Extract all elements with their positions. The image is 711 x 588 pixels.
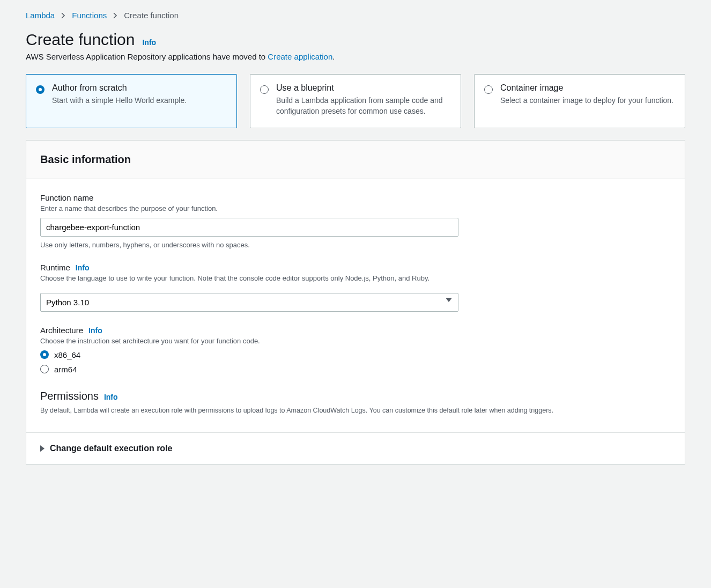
radio-icon	[36, 85, 45, 94]
function-name-field: Function name Enter a name that describe…	[40, 193, 671, 249]
breadcrumb-lambda[interactable]: Lambda	[26, 11, 55, 20]
runtime-info-link[interactable]: Info	[76, 263, 90, 272]
function-name-constraint: Use only letters, numbers, hyphens, or u…	[40, 241, 671, 249]
page-info-link[interactable]: Info	[142, 38, 156, 47]
radio-icon	[484, 85, 493, 94]
create-application-link[interactable]: Create application	[268, 52, 332, 61]
option-desc: Build a Lambda application from sample c…	[276, 95, 451, 117]
option-title: Use a blueprint	[276, 83, 451, 93]
function-name-input[interactable]	[40, 218, 458, 237]
option-author-from-scratch[interactable]: Author from scratch Start with a simple …	[26, 74, 237, 128]
option-title: Author from scratch	[52, 83, 187, 93]
function-name-help: Enter a name that describes the purpose …	[40, 204, 671, 212]
architecture-info-link[interactable]: Info	[88, 326, 102, 335]
permissions-label: Permissions	[40, 390, 99, 402]
page-title: Create function	[26, 31, 135, 49]
option-use-blueprint[interactable]: Use a blueprint Build a Lambda applicati…	[250, 74, 461, 128]
change-execution-role-expander[interactable]: Change default execution role	[26, 432, 685, 464]
radio-icon	[40, 350, 49, 359]
radio-icon	[260, 85, 269, 94]
permissions-desc: By default, Lambda will create an execut…	[40, 406, 671, 416]
caret-right-icon	[40, 445, 45, 452]
function-name-label: Function name	[40, 193, 93, 202]
permissions-section: Permissions Info By default, Lambda will…	[40, 388, 671, 416]
breadcrumb-current: Create function	[124, 11, 179, 20]
option-desc: Start with a simple Hello World example.	[52, 95, 187, 106]
chevron-right-icon	[113, 12, 117, 19]
option-title: Container image	[500, 83, 673, 93]
radio-icon	[40, 365, 49, 373]
architecture-option-arm64[interactable]: arm64	[40, 365, 671, 374]
permissions-info-link[interactable]: Info	[104, 393, 118, 401]
option-container-image[interactable]: Container image Select a container image…	[474, 74, 685, 128]
creation-option-group: Author from scratch Start with a simple …	[26, 74, 685, 128]
radio-label: x86_64	[54, 350, 80, 359]
option-desc: Select a container image to deploy for y…	[500, 95, 673, 106]
runtime-help: Choose the language to use to write your…	[40, 274, 671, 282]
expander-label: Change default execution role	[50, 444, 172, 453]
architecture-option-x86_64[interactable]: x86_64	[40, 350, 671, 359]
runtime-label: Runtime	[40, 263, 70, 272]
architecture-label: Architecture	[40, 326, 83, 335]
breadcrumb: Lambda Functions Create function	[26, 11, 685, 20]
architecture-field: Architecture Info Choose the instruction…	[40, 326, 671, 374]
runtime-field: Runtime Info Choose the language to use …	[40, 263, 671, 312]
radio-label: arm64	[54, 365, 77, 374]
page-subtitle: AWS Serverless Application Repository ap…	[26, 52, 685, 61]
panel-header: Basic information	[26, 141, 685, 179]
architecture-help: Choose the instruction set architecture …	[40, 337, 671, 345]
panel-title: Basic information	[40, 153, 671, 166]
breadcrumb-functions[interactable]: Functions	[72, 11, 107, 20]
basic-information-panel: Basic information Function name Enter a …	[26, 140, 685, 465]
chevron-right-icon	[61, 12, 65, 19]
runtime-select[interactable]	[40, 293, 458, 312]
